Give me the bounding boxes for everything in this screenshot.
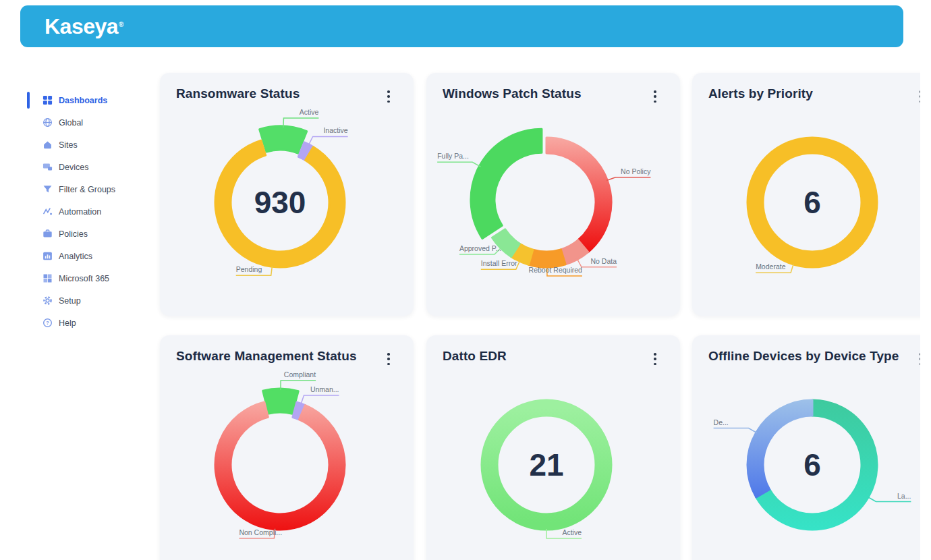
segment-label: Install Error	[481, 259, 517, 267]
kebab-menu-icon[interactable]	[650, 352, 660, 366]
center-value: 21	[529, 447, 563, 482]
card-title: Offline Devices by Device Type	[708, 349, 899, 364]
segment-label: Approved P...	[459, 244, 501, 252]
kaseya-logo[interactable]: Kaseya®	[45, 16, 123, 37]
segment-label: Active	[562, 528, 582, 536]
scrollbar-gutter	[920, 49, 931, 560]
donut-chart: La...De...6	[692, 335, 931, 560]
center-value: 6	[803, 447, 821, 482]
donut-chart: CompliantUnman...Non Compli...	[160, 335, 414, 560]
card-offline-devices-by-device-type: Offline Devices by Device TypeLa...De...…	[692, 335, 931, 560]
segment-label: Compliant	[284, 370, 316, 379]
card-title: Alerts by Priority	[708, 86, 813, 101]
sidebar-item-label: Automation	[59, 207, 101, 217]
sidebar-item-help[interactable]: ?Help	[27, 312, 152, 334]
segment-label: Moderate	[756, 262, 786, 271]
analytics-icon	[43, 251, 53, 261]
sidebar-nav: DashboardsGlobalSitesDevicesFilter & Gro…	[27, 89, 152, 334]
leader-line	[714, 428, 757, 433]
donut-segment-compliant[interactable]	[263, 389, 299, 414]
sidebar-item-label: Policies	[59, 229, 88, 239]
sidebar-item-label: Global	[59, 118, 83, 128]
globe-icon	[43, 117, 53, 128]
dashboards-grid-icon	[43, 95, 53, 105]
sidebar-item-global[interactable]: Global	[27, 111, 152, 134]
segment-label: Active	[300, 108, 319, 116]
sidebar-item-label: Setup	[59, 296, 81, 306]
gear-icon	[43, 296, 53, 306]
sidebar-item-filter-groups[interactable]: Filter & Groups	[27, 178, 152, 200]
sidebar-item-label: Sites	[59, 140, 78, 150]
card-software-management-status: Software Management StatusCompliantUnman…	[160, 335, 414, 560]
logo-text: Kaseya	[45, 14, 118, 38]
leader-line	[606, 177, 650, 181]
card-alerts-by-priority: Alerts by PriorityModerate6	[692, 73, 931, 316]
svg-text:?: ?	[46, 320, 49, 326]
card-windows-patch-status: Windows Patch StatusNo PolicyNo DataRebo…	[426, 73, 680, 316]
microsoft-grid-icon	[43, 273, 53, 283]
donut-chart: No PolicyNo DataReboot RequiredInstall E…	[426, 73, 680, 316]
sidebar-item-dashboards[interactable]: Dashboards	[27, 89, 152, 111]
donut-chart: Moderate6	[692, 73, 931, 316]
automation-icon	[43, 206, 53, 217]
segment-label: Inactive	[323, 126, 347, 134]
home-icon	[43, 140, 53, 150]
sidebar-item-label: Microsoft 365	[59, 274, 109, 283]
kebab-menu-icon[interactable]	[384, 89, 393, 104]
leader-line	[301, 395, 339, 404]
leader-line	[308, 136, 347, 145]
donut-segment-reboot-required[interactable]	[529, 250, 566, 267]
leader-line	[437, 162, 480, 167]
segment-label: La...	[897, 492, 911, 500]
donut-segment-fully-pa[interactable]	[471, 129, 542, 238]
center-value: 930	[254, 185, 306, 220]
app-header: Kaseya®	[20, 5, 903, 47]
card-title: Software Management Status	[176, 349, 357, 364]
card-datto-edr: Datto EDRActive21	[426, 335, 680, 560]
sidebar-item-label: Devices	[59, 163, 88, 172]
sidebar-item-analytics[interactable]: Analytics	[27, 245, 152, 267]
segment-label: Non Compli...	[239, 528, 282, 536]
card-title: Ransomware Status	[176, 86, 300, 101]
sidebar-item-sites[interactable]: Sites	[27, 134, 152, 156]
kebab-menu-icon[interactable]	[650, 89, 660, 104]
donut-chart: ActiveInactivePending930	[160, 73, 414, 316]
sidebar-item-setup[interactable]: Setup	[27, 289, 152, 312]
segment-label: Reboot Required	[529, 266, 583, 274]
sidebar-item-automation[interactable]: Automation	[27, 200, 152, 223]
center-value: 6	[803, 185, 821, 220]
registered-mark: ®	[119, 21, 123, 28]
segment-label: Pending	[236, 265, 262, 273]
filter-icon	[43, 184, 53, 194]
card-ransomware-status: Ransomware StatusActiveInactivePending93…	[160, 73, 414, 316]
donut-segment-no-policy[interactable]	[546, 138, 611, 252]
segment-label: No Policy	[621, 167, 651, 175]
donut-segment-active[interactable]	[260, 126, 307, 153]
segment-label: Fully Pa...	[437, 152, 469, 160]
briefcase-icon	[43, 229, 53, 239]
kebab-menu-icon[interactable]	[384, 352, 393, 366]
sidebar-item-label: Dashboards	[59, 96, 107, 105]
card-title: Windows Patch Status	[443, 86, 582, 101]
segment-label: Unman...	[310, 385, 339, 393]
segment-label: No Data	[590, 257, 617, 265]
donut-segment-non-compli[interactable]	[215, 402, 345, 530]
help-icon: ?	[43, 318, 53, 328]
card-title: Datto EDR	[443, 349, 507, 364]
sidebar-item-label: Filter & Groups	[59, 185, 115, 194]
sidebar-item-label: Help	[59, 318, 76, 328]
segment-label: De...	[714, 418, 729, 426]
sidebar-item-devices[interactable]: Devices	[27, 156, 152, 178]
sidebar-item-microsoft-365[interactable]: Microsoft 365	[27, 267, 152, 289]
donut-segment-de[interactable]	[747, 400, 812, 497]
sidebar-item-policies[interactable]: Policies	[27, 223, 152, 245]
sidebar-item-label: Analytics	[59, 252, 92, 261]
active-item-indicator	[27, 92, 30, 109]
devices-icon	[43, 162, 53, 172]
donut-chart: Active21	[426, 335, 680, 560]
